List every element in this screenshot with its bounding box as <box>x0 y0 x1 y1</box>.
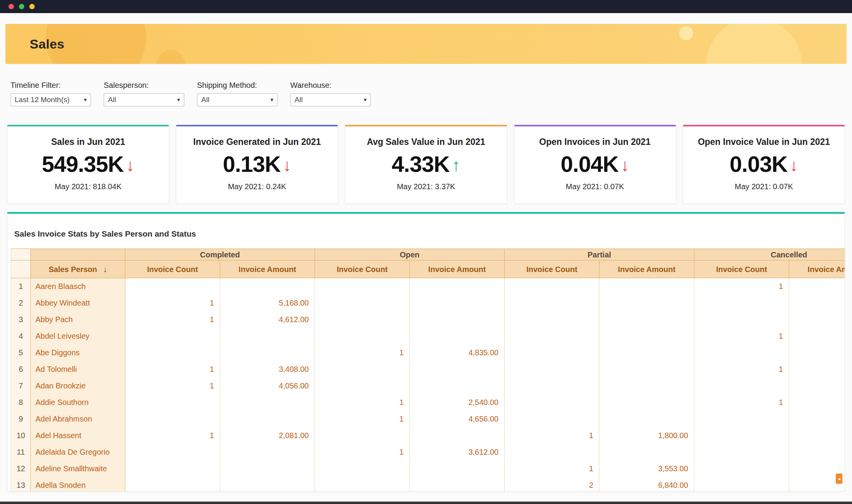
partial-invoice-amount-cell <box>599 411 694 427</box>
horizontal-scroll-left-button[interactable]: ◂ <box>836 474 842 484</box>
open-invoice-count-header[interactable]: Invoice Count <box>315 260 410 278</box>
table-group-header-row: Completed Open Partial Cancelled <box>11 249 845 260</box>
table-row[interactable]: 2 Abbey Windeatt 1 5,168.00 <box>11 295 845 311</box>
open-invoice-amount-cell <box>410 460 505 477</box>
shipping-method-filter-select[interactable]: All ▾ <box>197 93 278 106</box>
partial-invoice-amount-cell <box>599 344 694 361</box>
shipping-method-filter-label: Shipping Method: <box>197 81 278 90</box>
partial-invoice-count-cell <box>505 361 599 378</box>
group-header-partial: Partial <box>505 249 694 260</box>
partial-invoice-amount-cell <box>599 378 694 394</box>
open-invoice-count-cell <box>315 295 410 311</box>
table-row[interactable]: 11 Adelaida De Gregorio 1 3,612.00 <box>11 444 845 460</box>
partial-invoice-count-cell <box>505 344 599 361</box>
chevron-down-icon: ▾ <box>84 96 87 103</box>
partial-invoice-count-cell <box>505 444 599 460</box>
timeline-filter-label: Timeline Filter: <box>10 81 91 90</box>
table-row[interactable]: 8 Addie Southorn 1 2,540.00 1 <box>11 394 845 411</box>
row-index: 8 <box>11 394 31 411</box>
kpi-row: Sales in Jun 2021 549.35K ↓ May 2021: 81… <box>7 125 845 204</box>
row-index: 10 <box>11 427 31 444</box>
kpi-card-sales: Sales in Jun 2021 549.35K ↓ May 2021: 81… <box>7 125 169 204</box>
open-invoice-amount-cell: 4,656.00 <box>410 411 505 427</box>
warehouse-filter-select[interactable]: All ▾ <box>290 93 371 106</box>
completed-invoice-amount-header[interactable]: Invoice Amount <box>220 260 315 278</box>
completed-invoice-count-header[interactable]: Invoice Count <box>125 260 220 278</box>
bottom-scrollbar[interactable] <box>0 501 852 504</box>
open-invoice-count-cell: 1 <box>315 444 410 460</box>
chevron-down-icon: ▾ <box>364 96 367 103</box>
partial-invoice-count-header[interactable]: Invoice Count <box>505 260 599 278</box>
sales-person-column-header[interactable]: Sales Person↓ <box>31 260 125 278</box>
salesperson-filter-label: Salesperson: <box>104 81 184 90</box>
completed-invoice-count-cell <box>125 278 220 295</box>
open-invoice-count-cell <box>315 378 410 394</box>
cancelled-invoice-count-header[interactable]: Invoice Count <box>694 260 789 278</box>
kpi-comparison: May 2021: 0.07K <box>683 182 845 191</box>
shipping-method-filter: Shipping Method: All ▾ <box>197 81 278 106</box>
completed-invoice-amount-cell: 4,056.00 <box>220 378 315 394</box>
row-index: 12 <box>11 460 31 477</box>
shipping-method-filter-value: All <box>201 96 209 104</box>
completed-invoice-count-cell <box>125 344 220 361</box>
partial-invoice-amount-header[interactable]: Invoice Amount <box>599 260 694 278</box>
kpi-comparison: May 2021: 0.24K <box>176 182 338 191</box>
salesperson-filter-select[interactable]: All ▾ <box>104 93 184 106</box>
completed-invoice-amount-cell <box>220 444 315 460</box>
timeline-filter-select[interactable]: Last 12 Month(s) ▾ <box>10 93 91 106</box>
completed-invoice-amount-cell: 3,408.00 <box>220 361 315 378</box>
table-row[interactable]: 5 Abe Diggons 1 4,835.00 <box>11 344 845 361</box>
close-button[interactable] <box>8 4 14 9</box>
completed-invoice-amount-cell: 5,168.00 <box>220 295 315 311</box>
cancelled-invoice-count-cell <box>694 411 789 427</box>
completed-invoice-count-cell: 1 <box>125 427 220 444</box>
open-invoice-count-cell <box>315 278 410 295</box>
completed-invoice-amount-cell <box>220 411 315 427</box>
partial-invoice-count-cell: 2 <box>505 477 599 492</box>
table-row[interactable]: 4 Abdel Leivesley 1 <box>11 328 845 344</box>
chevron-down-icon: ▾ <box>270 96 273 103</box>
cancelled-invoice-count-cell: 1 <box>694 394 789 411</box>
corner-cell <box>11 260 31 278</box>
table-row[interactable]: 7 Adan Brookzie 1 4,056.00 <box>11 378 845 394</box>
kpi-card-avg-sales-value: Avg Sales Value in Jun 2021 4.33K ↑ May … <box>345 125 507 204</box>
open-invoice-amount-header[interactable]: Invoice Amount <box>410 260 505 278</box>
sales-person-cell: Abe Diggons <box>31 344 125 361</box>
cancelled-invoice-amount-cell <box>789 394 845 411</box>
sales-invoice-stats-card: Sales Invoice Stats by Sales Person and … <box>7 212 845 492</box>
completed-invoice-count-cell <box>125 411 220 427</box>
person-group-spacer <box>31 249 125 260</box>
open-invoice-count-cell: 1 <box>315 344 410 361</box>
open-invoice-amount-cell <box>410 378 505 394</box>
partial-invoice-count-cell <box>505 328 599 344</box>
minimize-button[interactable] <box>19 4 24 9</box>
row-index: 5 <box>11 344 31 361</box>
partial-invoice-count-cell <box>505 278 599 295</box>
cancelled-invoice-amount-header[interactable]: Invoice Amount <box>789 260 845 278</box>
partial-invoice-amount-cell <box>599 311 694 328</box>
table-row[interactable]: 3 Abby Pach 1 4,612.00 <box>11 311 845 328</box>
table-row[interactable]: 1 Aaren Blaasch 1 <box>11 278 845 295</box>
open-invoice-count-cell <box>315 328 410 344</box>
table-row[interactable]: 6 Ad Tolomelli 1 3,408.00 1 <box>11 361 845 378</box>
row-index: 2 <box>11 295 31 311</box>
cancelled-invoice-amount-cell <box>789 344 845 361</box>
cancelled-invoice-amount-cell <box>789 444 845 460</box>
sales-person-cell: Abbey Windeatt <box>31 295 125 311</box>
sales-person-cell: Abby Pach <box>31 311 125 328</box>
table-row[interactable]: 9 Adel Abrahmson 1 4,656.00 <box>11 411 845 427</box>
cancelled-invoice-amount-cell <box>789 295 845 311</box>
sales-person-cell: Adel Hassent <box>31 427 125 444</box>
partial-invoice-amount-cell <box>599 361 694 378</box>
table-row[interactable]: 12 Adeline Smallthwaite 1 3,553.00 <box>11 460 845 477</box>
table-row[interactable]: 10 Adel Hassent 1 2,081.00 1 1,800.00 <box>11 427 845 444</box>
sort-descending-icon[interactable]: ↓ <box>103 265 107 274</box>
partial-invoice-amount-cell <box>599 328 694 344</box>
table-row[interactable]: 13 Adella Snoden 2 6,840.00 <box>11 477 845 492</box>
zoom-button[interactable] <box>29 4 35 9</box>
row-index: 13 <box>11 477 31 492</box>
row-index: 1 <box>11 278 31 295</box>
completed-invoice-amount-cell <box>220 328 315 344</box>
completed-invoice-count-cell <box>125 444 220 460</box>
kpi-title: Open Invoice Value in Jun 2021 <box>683 137 845 147</box>
